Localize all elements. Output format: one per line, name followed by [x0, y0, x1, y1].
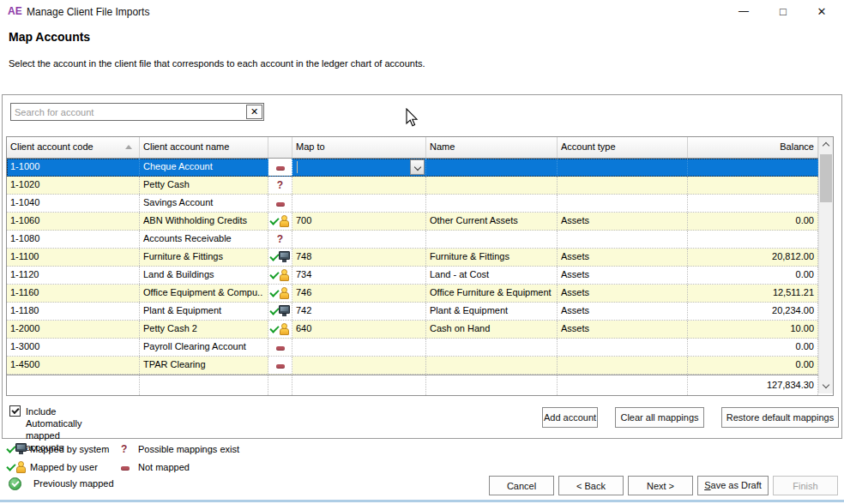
cell-code: 1-4500 [7, 357, 140, 374]
clear-search-icon[interactable]: ✕ [246, 105, 262, 119]
cell-mapto[interactable] [292, 231, 426, 248]
cell-mapto[interactable] [292, 339, 426, 356]
previously-mapped-icon [9, 477, 21, 490]
search-input[interactable] [11, 104, 251, 120]
column-header-status[interactable] [268, 137, 292, 158]
table-row[interactable]: 1-3000Payroll Clearing Account0.00 [7, 339, 833, 357]
cell-bal [688, 177, 818, 194]
cell-code: 1-1120 [7, 267, 140, 284]
map-to-combobox[interactable] [292, 159, 426, 176]
cell-type: Assets [558, 249, 688, 266]
cell-icon [268, 321, 292, 338]
cell-icon [268, 213, 292, 230]
table-row[interactable]: 1-1080Accounts Receivable? [7, 231, 833, 249]
cell-icon [268, 339, 292, 356]
table-row[interactable]: 1-1060ABN Withholding Credits700Other Cu… [7, 213, 833, 231]
table-row[interactable]: 1-1180Plant & Equipment742Plant & Equipm… [7, 303, 833, 321]
not-mapped-icon [121, 461, 135, 474]
clear-all-mappings-button[interactable]: Clear all mappings [615, 407, 704, 428]
cell-mapname: Furniture & Fittings [426, 249, 558, 266]
table-row[interactable]: 1-2000Petty Cash 2640Cash on HandAssets1… [7, 321, 833, 339]
column-header-client-account-code[interactable]: Client account code [7, 137, 140, 158]
cell-name: Petty Cash 2 [140, 321, 268, 338]
close-button[interactable]: ✕ [809, 1, 835, 22]
cell-mapto[interactable] [292, 177, 426, 194]
restore-default-mappings-button[interactable]: Restore default mappings [721, 407, 839, 428]
column-header-name[interactable]: Name [426, 137, 558, 158]
cell-type [558, 231, 688, 248]
mapped-by-user-icon [270, 287, 291, 300]
cell-mapname: Cash on Hand [426, 321, 558, 338]
add-account-button[interactable]: Add account [542, 407, 598, 428]
cell-code: 1-3000 [7, 339, 140, 356]
legend-mapped-by-system: Mapped by system [30, 444, 109, 454]
cell-bal: 20,234.00 [688, 303, 818, 320]
cell-type [558, 195, 688, 212]
cell-code: 1-1100 [7, 249, 140, 266]
cell-mapto[interactable]: 748 [292, 249, 426, 266]
possible-mappings-icon: ? [277, 233, 283, 246]
cell-mapto[interactable]: 700 [292, 213, 426, 230]
scroll-down-icon[interactable] [819, 379, 833, 393]
column-header-balance[interactable]: Balance [688, 137, 818, 158]
cell-mapname [426, 159, 558, 176]
cell-name: Office Equipment & Compu.. [140, 285, 268, 302]
minimize-button[interactable]: — [731, 1, 757, 22]
cell-name: Furniture & Fittings [140, 249, 268, 266]
cell-icon: ? [268, 177, 292, 194]
maximize-button[interactable]: □ [770, 1, 796, 22]
cell-code: 1-1060 [7, 213, 140, 230]
cell-mapname [426, 339, 558, 356]
column-header-client-account-name[interactable]: Client account name [140, 137, 268, 158]
cell-type [558, 357, 688, 374]
cell-mapto[interactable]: 640 [292, 321, 426, 338]
table-row[interactable]: 1-1040Savings Account [7, 195, 833, 213]
column-header-map-to[interactable]: Map to [292, 137, 426, 158]
cancel-button[interactable]: Cancel [489, 476, 554, 495]
save-as-draft-button[interactable]: Save as Draft [697, 476, 769, 495]
map-to-dropdown-button[interactable] [410, 159, 425, 175]
mouse-cursor [403, 108, 419, 129]
total-balance: 127,834.30 [688, 375, 818, 395]
cell-mapname [426, 231, 558, 248]
cell-mapto[interactable] [292, 195, 426, 212]
cell-mapto[interactable]: 734 [292, 267, 426, 284]
cell-mapto[interactable]: 746 [292, 285, 426, 302]
scrollbar-thumb[interactable] [820, 154, 832, 202]
not-mapped-icon [270, 359, 291, 372]
cell-name: Payroll Clearing Account [140, 339, 268, 356]
cell-name: Savings Account [140, 195, 268, 212]
vertical-scrollbar[interactable] [818, 137, 833, 393]
table-row[interactable]: 1-1000Cheque Account [7, 159, 833, 177]
cell-icon [268, 303, 292, 320]
finish-button[interactable]: Finish [773, 476, 838, 495]
scroll-up-icon[interactable] [819, 137, 833, 152]
legend-row-1: Mapped by system ? Possible mappings exi… [7, 443, 367, 457]
table-row[interactable]: 1-1120Land & Buildings734Land - at CostA… [7, 267, 833, 285]
mapped-by-user-icon [7, 461, 27, 474]
legend-possible-mappings: Possible mappings exist [138, 444, 239, 454]
cell-bal: 10.00 [688, 321, 818, 338]
include-auto-mapped-checkbox[interactable] [9, 405, 21, 417]
cell-mapto[interactable]: 742 [292, 303, 426, 320]
cell-name: Plant & Equipment [140, 303, 268, 320]
table-row[interactable]: 1-4500TPAR Clearing0.00 [7, 357, 833, 375]
column-header-account-type[interactable]: Account type [558, 137, 688, 158]
cell-bal [688, 231, 818, 248]
back-button[interactable]: < Back [558, 476, 624, 495]
cell-code: 1-1160 [7, 285, 140, 302]
cell-icon: ? [268, 231, 292, 248]
cell-mapto[interactable] [292, 357, 426, 374]
next-button[interactable]: Next > [628, 476, 693, 495]
table-row[interactable]: 1-1160Office Equipment & Compu..746Offic… [7, 285, 833, 303]
cell-icon [268, 195, 292, 212]
cell-bal [688, 195, 818, 212]
table-row[interactable]: 1-1100Furniture & Fittings748Furniture &… [7, 249, 833, 267]
cell-bal: 12,511.21 [688, 285, 818, 302]
cell-type [558, 339, 688, 356]
legend-mapped-by-user: Mapped by user [30, 462, 98, 472]
mapped-by-system-icon [270, 251, 291, 264]
table-row[interactable]: 1-1020Petty Cash? [7, 177, 833, 195]
cell-name: ABN Withholding Credits [140, 213, 268, 230]
title-bar: AE Manage Client File Imports — □ ✕ [0, 0, 844, 24]
